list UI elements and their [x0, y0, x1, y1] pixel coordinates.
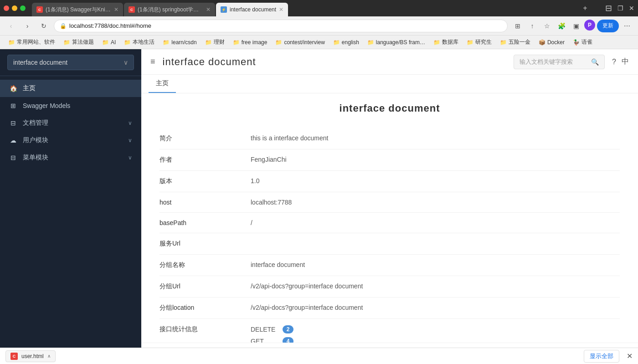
sidebar-item-label: 菜单模块 [23, 154, 123, 162]
traffic-light-red[interactable] [4, 5, 9, 11]
tab-label: (1条消息) Swagger与Knife4j的… [46, 6, 111, 14]
bookmark-item[interactable]: 📦Docker [535, 38, 568, 47]
help-icon[interactable]: ? [612, 58, 616, 66]
address-text: localhost:7788/doc.html#/home [69, 22, 151, 29]
info-label: 服务Url [160, 240, 251, 248]
address-bar[interactable]: 🔒 localhost:7788/doc.html#/home [54, 20, 508, 32]
info-value: localhost:7788 [251, 199, 620, 206]
window-minimize[interactable]: ⊟ [605, 3, 612, 13]
content-body: interface document 简介this is a interface… [141, 93, 638, 343]
info-row: 简介this is a interface document [160, 128, 620, 149]
download-arrow-icon[interactable]: ∧ [47, 354, 51, 359]
info-value: /v2/api-docs?group=interface document [251, 304, 620, 311]
bookmark-item[interactable]: 📁contest/interview [272, 38, 328, 47]
info-value: / [251, 219, 620, 226]
sidebar-item-arrow-icon: ∨ [128, 120, 132, 126]
bookmark-item[interactable]: 📁language/BS fram… [364, 38, 429, 47]
split-view-icon[interactable]: ▣ [570, 20, 582, 32]
window-close[interactable]: ✕ [629, 5, 634, 12]
search-button[interactable]: 🔍 [591, 58, 599, 66]
bookmark-label: AI [111, 39, 116, 46]
bookmark-star-icon[interactable]: ☆ [540, 20, 553, 32]
bookmark-folder-icon: 📁 [333, 39, 340, 46]
translate-icon[interactable]: ⊞ [511, 20, 524, 32]
browser-tab-tab1[interactable]: C(1条消息) Swagger与Knife4j的…✕ [32, 3, 123, 16]
bookmark-label: english [342, 39, 359, 46]
menu-icon[interactable]: ⋯ [621, 20, 633, 32]
method-count-badge: 2 [283, 325, 293, 333]
nav-back[interactable]: ‹ [5, 20, 17, 32]
sidebar-header: interface document ∨ [0, 49, 141, 76]
page-tab[interactable]: 主页 [149, 75, 176, 93]
sidebar-item-docmgr[interactable]: ⊟文档管理∨ [0, 114, 141, 132]
tab-close-button[interactable]: ✕ [279, 6, 283, 13]
profile-avatar[interactable]: P [584, 20, 595, 31]
bookmark-label: 算法做题 [72, 38, 94, 46]
bookmark-item[interactable]: 🦆语雀 [569, 37, 596, 47]
traffic-light-yellow[interactable] [12, 5, 17, 11]
page-tabs-bar: 主页 [141, 75, 638, 93]
sidebar-item-menumod[interactable]: ⊟菜单模块∨ [0, 149, 141, 166]
bookmark-item[interactable]: 📁AI [98, 38, 119, 47]
sidebar: interface document ∨ 🏠主页⊞Swagger Models⊟… [0, 49, 141, 364]
info-label: host [160, 199, 251, 206]
tab-label: (1条消息) springboot学习三：S… [138, 6, 203, 14]
sidebar-item-swagger[interactable]: ⊞Swagger Models [0, 97, 141, 114]
bookmark-item[interactable]: 📁数据库 [430, 37, 462, 47]
bookmark-folder-icon: 🦆 [573, 39, 580, 46]
browser-tab-tab2[interactable]: C(1条消息) springboot学习三：S…✕ [124, 3, 215, 16]
new-tab-button[interactable]: + [580, 3, 591, 14]
bookmark-item[interactable]: 📁free image [229, 38, 271, 47]
browser-tab-tab3[interactable]: ⚡interface document✕ [216, 3, 288, 16]
extensions-icon[interactable]: 🧩 [555, 20, 568, 32]
bookmark-label: 理财 [214, 38, 225, 46]
search-box[interactable]: 输入文档关键字搜索 🔍 [514, 55, 605, 69]
bookmark-folder-icon: 📁 [163, 39, 170, 46]
sidebar-toggle-icon[interactable]: ≡ [150, 57, 155, 67]
bookmark-item[interactable]: 📁常用网站、软件 [5, 37, 59, 47]
update-button[interactable]: 更新 [597, 20, 619, 32]
tab-close-button[interactable]: ✕ [114, 6, 118, 13]
bookmark-item[interactable]: 📁五险一金 [496, 37, 534, 47]
info-value: 1.0 [251, 177, 620, 185]
stats-label: 接口统计信息 [160, 325, 251, 333]
window-maximize[interactable]: ❐ [617, 5, 623, 12]
info-value: /v2/api-docs?group=interface document [251, 282, 620, 290]
traffic-light-green[interactable] [20, 5, 26, 11]
show-all-button[interactable]: 显示全部 [584, 350, 619, 363]
bookmark-item[interactable]: 📁理财 [201, 37, 228, 47]
sidebar-select[interactable]: interface document ∨ [7, 55, 134, 70]
info-row: hostlocalhost:7788 [160, 192, 620, 213]
bookmark-folder-icon: 📁 [275, 39, 282, 46]
browser-tabs: C(1条消息) Swagger与Knife4j的…✕C(1条消息) spring… [32, 0, 577, 16]
bookmark-label: 本地生活 [133, 38, 154, 46]
share-icon[interactable]: ↑ [526, 20, 539, 32]
info-row: 分组location/v2/api-docs?group=interface d… [160, 297, 620, 319]
bookmark-label: Docker [547, 39, 565, 46]
bookmark-item[interactable]: 📁算法做题 [60, 37, 98, 47]
sidebar-select-arrow: ∨ [123, 59, 128, 66]
sidebar-item-arrow-icon: ∨ [128, 154, 132, 161]
stats-row: 接口统计信息DELETE2GET4POST2 [160, 319, 620, 343]
sidebar-nav: 🏠主页⊞Swagger Models⊟文档管理∨☁用户模块∨⊟菜单模块∨ [0, 76, 141, 364]
lang-icon[interactable]: 中 [622, 57, 629, 67]
bookmark-label: 五险一金 [509, 38, 530, 46]
info-table: 简介this is a interface document作者FengJian… [160, 128, 620, 343]
info-value: this is a interface document [251, 134, 620, 142]
nav-reload[interactable]: ↻ [37, 20, 50, 32]
sidebar-item-icon: ⊟ [9, 154, 17, 162]
bookmark-item[interactable]: 📁本地生活 [120, 37, 158, 47]
info-label: 分组location [160, 304, 251, 312]
info-row: 版本1.0 [160, 171, 620, 192]
close-bottom-button[interactable]: ✕ [627, 352, 633, 360]
bookmark-item[interactable]: 📁learn/csdn [159, 38, 200, 47]
nav-forward[interactable]: › [21, 20, 34, 32]
bookmark-item[interactable]: 📁研究生 [463, 37, 495, 47]
sidebar-item-home[interactable]: 🏠主页 [0, 80, 141, 97]
tab-close-button[interactable]: ✕ [206, 6, 211, 13]
download-filename: user.html [21, 353, 44, 359]
info-row: 服务Url [160, 233, 620, 255]
sidebar-item-usermod[interactable]: ☁用户模块∨ [0, 132, 141, 149]
main-header: ≡ interface document 输入文档关键字搜索 🔍 ? 中 [141, 49, 638, 75]
bookmark-item[interactable]: 📁english [329, 38, 363, 47]
